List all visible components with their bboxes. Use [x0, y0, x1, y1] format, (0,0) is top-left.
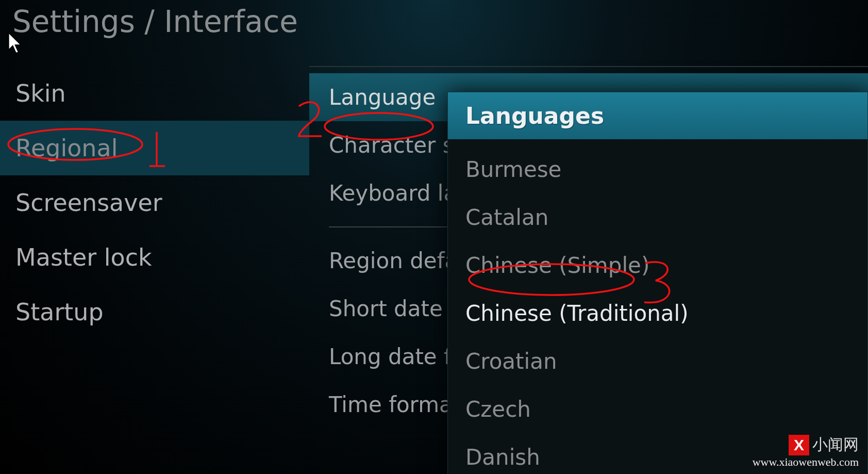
watermark: X 小闻网 www.xiaowenweb.com [753, 434, 859, 469]
language-option-burmese[interactable]: Burmese [448, 145, 867, 193]
popup-title: Languages [448, 92, 867, 139]
sidebar-item-regional[interactable]: Regional [0, 121, 309, 175]
breadcrumb: Settings / Interface [12, 4, 298, 39]
languages-popup: Languages Burmese Catalan Chinese (Simpl… [447, 92, 868, 474]
watermark-brand: 小闻网 [812, 434, 859, 455]
language-option-croatian[interactable]: Croatian [448, 337, 867, 385]
language-option-czech[interactable]: Czech [448, 385, 867, 433]
sidebar-item-startup[interactable]: Startup [0, 285, 309, 339]
settings-sidebar: Skin Regional Screensaver Master lock St… [0, 66, 309, 339]
watermark-url: www.xiaowenweb.com [753, 455, 859, 469]
language-option-chinese-simple[interactable]: Chinese (Simple) [448, 241, 867, 289]
language-option-chinese-traditional[interactable]: Chinese (Traditional) [448, 289, 867, 337]
sidebar-item-master-lock[interactable]: Master lock [0, 230, 309, 285]
divider [309, 66, 868, 67]
watermark-logo-icon: X [789, 435, 809, 455]
language-option-catalan[interactable]: Catalan [448, 193, 867, 241]
languages-list: Burmese Catalan Chinese (Simple) Chinese… [448, 139, 867, 474]
sidebar-item-skin[interactable]: Skin [0, 66, 309, 121]
sidebar-item-screensaver[interactable]: Screensaver [0, 175, 309, 230]
